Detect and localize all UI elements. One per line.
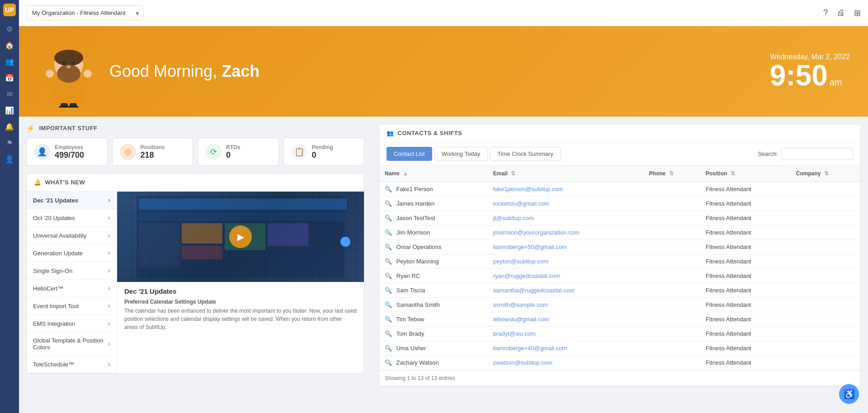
table-header-row: Name ▲ Email ⇅ Phone ⇅ Position ⇅ Compan… (379, 166, 860, 182)
news-item-hellocert[interactable]: HelloCert™ › (27, 280, 117, 297)
email-link[interactable]: peyton@subitup.com (493, 258, 548, 265)
search-icon-small[interactable]: 🔍 (385, 301, 392, 308)
email-link[interactable]: ssmith@sample.com (493, 301, 548, 308)
video-preview[interactable]: ▶ (117, 192, 364, 282)
email-link[interactable]: bradyt@siu.com (493, 330, 536, 337)
left-panel: ⚡ IMPORTANT STUFF 👤 Employees 499/700 ◎ … (19, 117, 372, 413)
sidebar-item-home[interactable]: 🏠 (2, 38, 17, 52)
email-link[interactable]: liamroberge+40@gmail.com (493, 345, 567, 352)
print-icon[interactable]: 🖨 (837, 8, 845, 18)
email-link[interactable]: tebowsiu@gmail.com (493, 316, 549, 323)
rtos-icon: ⟳ (205, 144, 222, 160)
email-link[interactable]: samantha@ruggedcoastal.com (493, 287, 575, 294)
sidebar-item-notifications[interactable]: 🔔 (2, 119, 17, 134)
email-link[interactable]: rocketsiu@gmail.com (493, 200, 549, 207)
cell-name: 🔍 Jason TestTest (379, 211, 488, 225)
employees-icon: 👤 (34, 144, 50, 160)
news-item-label: Global Template & Position Colors (33, 337, 108, 351)
news-item-global-template[interactable]: Global Template & Position Colors › (27, 333, 117, 356)
sidebar-item-calendar[interactable]: 📅 (2, 70, 17, 85)
tab-working-today[interactable]: Working Today (434, 147, 488, 161)
cell-name: 🔍 Samantha Smith (379, 298, 488, 312)
news-item-sso[interactable]: Single Sign-On › (27, 262, 117, 280)
news-item-label: EMS Integration (33, 320, 75, 327)
col-company[interactable]: Company ⇅ (791, 166, 860, 182)
cell-name: 🔍 Sam Tiscia (379, 283, 488, 298)
page-body: ⚡ IMPORTANT STUFF 👤 Employees 499/700 ◎ … (19, 117, 868, 413)
news-item-universal[interactable]: Universal Availability › (27, 227, 117, 244)
hero-greeting: Good Morning, Zach (109, 62, 259, 81)
search-icon-small[interactable]: 🔍 (385, 186, 392, 192)
cell-position: Fitness Attendant (700, 197, 791, 211)
search-icon-small[interactable]: 🔍 (385, 316, 392, 323)
news-item-label: TeleSchedule™ (33, 361, 74, 368)
col-position[interactable]: Position ⇅ (700, 166, 791, 182)
table-row: 🔍 Samantha Smith ssmith@sample.com Fitne… (379, 298, 860, 312)
col-email[interactable]: Email ⇅ (488, 166, 644, 182)
news-item-oct20[interactable]: Oct '20 Updates › (27, 209, 117, 227)
email-link[interactable]: jt@subitup.com (493, 215, 534, 221)
sidebar-item-profile[interactable]: 👤 (2, 152, 17, 166)
search-icon-small[interactable]: 🔍 (385, 258, 392, 265)
table-row: 🔍 Fake1 Person fake1person@subitup.com F… (379, 182, 860, 197)
stat-card-pending: 📋 Pending 0 (283, 138, 365, 166)
search-icon-small[interactable]: 🔍 (385, 244, 392, 250)
cell-name: 🔍 Ryan RC (379, 269, 488, 283)
news-item-ems[interactable]: EMS Integration › (27, 315, 117, 333)
search-icon-small[interactable]: 🔍 (385, 272, 392, 279)
search-icon-small[interactable]: 🔍 (385, 200, 392, 207)
search-input[interactable] (781, 148, 853, 160)
email-link[interactable]: liamroberge+50@gmail.com (493, 244, 567, 250)
news-item-teleschedule[interactable]: TeleSchedule™ › (27, 356, 117, 373)
tab-contact-list[interactable]: Contact List (387, 147, 432, 161)
col-name[interactable]: Name ▲ (379, 166, 488, 182)
sidebar-item-flag[interactable]: ⚑ (2, 136, 17, 150)
search-icon-small[interactable]: 🔍 (385, 287, 392, 294)
right-panel: 👥 CONTACTS & SHIFTS Contact List Working… (372, 117, 868, 413)
news-item-generation[interactable]: Generation Update › (27, 244, 117, 262)
news-item-label: HelloCert™ (33, 285, 63, 292)
sidebar-item-messages[interactable]: ✉ (2, 87, 17, 101)
cell-position: Fitness Attendant (700, 356, 791, 370)
grid-icon[interactable]: ⊞ (854, 8, 861, 18)
cell-position: Fitness Attendant (700, 341, 791, 356)
org-selector[interactable]: My Organization - Fitness Attendant (26, 5, 144, 20)
cell-company (791, 298, 860, 312)
help-icon[interactable]: ? (823, 8, 828, 18)
search-icon-small[interactable]: 🔍 (385, 229, 392, 236)
sidebar-item-reports[interactable]: 📊 (2, 103, 17, 117)
search-icon-small[interactable]: 🔍 (385, 345, 392, 352)
svg-point-4 (62, 61, 66, 65)
cell-email: tebowsiu@gmail.com (488, 312, 644, 327)
cell-email: rocketsiu@gmail.com (488, 197, 644, 211)
cell-company (791, 356, 860, 370)
greeting-text: Good Morning, (109, 62, 222, 80)
tab-time-clock-summary[interactable]: Time Clock Summary (490, 147, 561, 161)
topbar-icons: ? 🖨 ⊞ (823, 8, 861, 18)
sidebar-item-settings[interactable]: ⚙ (2, 22, 17, 36)
contacts-icon: 👥 (387, 130, 394, 136)
cell-phone (644, 341, 700, 356)
search-icon-small[interactable]: 🔍 (385, 359, 392, 366)
hero-banner: Good Morning, Zach Wednesday, Mar 2, 202… (19, 26, 868, 117)
app-logo[interactable]: UP (3, 4, 16, 16)
table-row: 🔍 James Harden rocketsiu@gmail.com Fitne… (379, 197, 860, 211)
cell-email: liamroberge+50@gmail.com (488, 240, 644, 254)
search-icon-small[interactable]: 🔍 (385, 215, 392, 221)
accessibility-button[interactable]: ♿ (839, 384, 859, 404)
news-item-dec21[interactable]: Dec '21 Updates › (27, 192, 117, 209)
news-item-label: Dec '21 Updates (33, 197, 78, 204)
email-link[interactable]: ryan@ruggedcoastal.com (493, 272, 560, 279)
email-link[interactable]: zwatson@subitup.com (493, 359, 552, 366)
email-link[interactable]: jmorrison@yourorganization.com (493, 229, 580, 236)
play-button[interactable]: ▶ (229, 225, 252, 248)
col-phone[interactable]: Phone ⇅ (644, 166, 700, 182)
cell-company (791, 240, 860, 254)
table-row: 🔍 Omar Operations liamroberge+50@gmail.c… (379, 240, 860, 254)
search-icon-small[interactable]: 🔍 (385, 330, 392, 337)
news-item-event-import[interactable]: Event Import Tool › (27, 297, 117, 315)
news-item-label: Event Import Tool (33, 303, 79, 310)
email-link[interactable]: fake1person@subitup.com (493, 186, 563, 192)
sidebar-item-users[interactable]: 👥 (2, 54, 17, 69)
table-row: 🔍 Sam Tiscia samantha@ruggedcoastal.com … (379, 283, 860, 298)
